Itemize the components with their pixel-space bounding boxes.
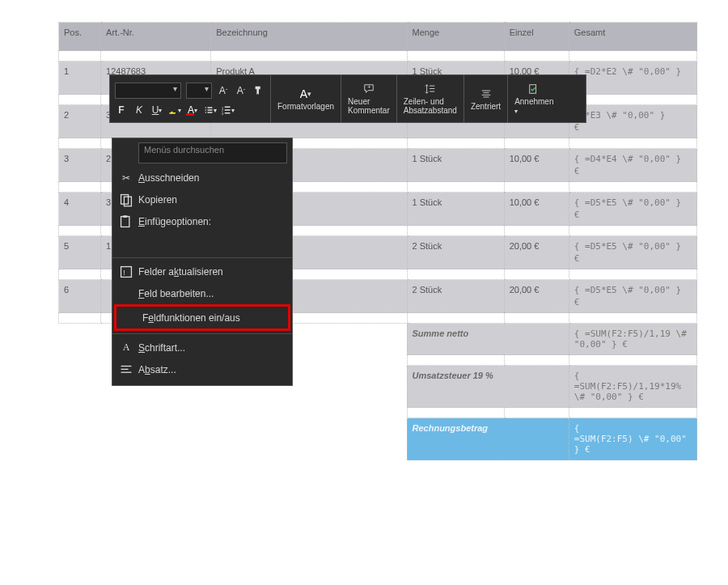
bold-button[interactable]: F (115, 104, 128, 117)
menu-toggle-field-codes[interactable]: Feldfunktionen ein/aus (114, 304, 290, 331)
cell-gesamt[interactable]: { =D5*E5 \# "0,00" }€ (569, 236, 696, 269)
menu-paste-options: Einfügeoptionen: (112, 210, 292, 232)
svg-rect-10 (225, 109, 231, 111)
cell-gesamt[interactable]: { =D5*E5 \# "0,00" }€ (569, 193, 696, 226)
svg-point-3 (205, 109, 207, 111)
cell-einzel[interactable]: 20,00 € (504, 280, 569, 313)
bullets-icon[interactable]: ▾ (204, 104, 217, 117)
highlight-icon[interactable]: ▾ (168, 104, 181, 117)
svg-point-5 (205, 112, 207, 113)
cell-gesamt[interactable]: D3*E3 \# "0,00" }€ (569, 105, 696, 138)
underline-button[interactable]: U▾ (150, 104, 163, 117)
menu-paragraph[interactable]: Absatz... (112, 358, 292, 380)
numbering-icon[interactable]: 123▾ (222, 104, 235, 117)
increase-font-icon[interactable]: Aˆ (217, 84, 230, 97)
col-pos: Pos. (59, 23, 101, 51)
center-button[interactable]: Zentriert (464, 75, 508, 122)
svg-rect-12 (225, 112, 231, 114)
cell-einzel[interactable]: 10,00 € (504, 149, 569, 182)
menu-update-fields[interactable]: ! Felder aktualisieren (112, 261, 292, 282)
svg-rect-17 (481, 90, 490, 91)
format-painter-icon[interactable] (252, 84, 265, 97)
svg-rect-21 (530, 85, 536, 94)
font-icon: A (119, 341, 133, 354)
accept-icon (527, 83, 540, 95)
paste-icon (119, 214, 133, 229)
menu-edit-field[interactable]: Feld bearbeiten... (112, 282, 292, 304)
cell-gesamt[interactable]: { =D4*E4 \# "0,00" }€ (569, 149, 696, 182)
svg-rect-2 (208, 107, 213, 108)
cell-menge[interactable]: 2 Stück (407, 280, 504, 313)
cell-menge[interactable]: 1 Stück (407, 193, 504, 226)
svg-rect-0 (170, 112, 176, 114)
font-color-icon[interactable]: A▾ (186, 104, 199, 117)
menu-search-input[interactable]: Menüs durchsuchen (138, 142, 287, 163)
line-spacing-icon (424, 83, 437, 95)
svg-rect-31 (121, 365, 132, 366)
header-row: Pos. Art.-Nr. Bezeichnung Menge Einzel G… (59, 23, 697, 51)
new-comment-button[interactable]: + NeuerKommentar (341, 75, 397, 122)
netto-formula[interactable]: { =SUM(F2:F5)/1,19 \# "0,00" } € (569, 324, 696, 355)
col-gesamt: Gesamt (569, 23, 696, 51)
context-menu: Menüs durchsuchen ✂ Ausschneiden Kopiere… (112, 138, 293, 386)
label: Zentriert (471, 102, 501, 111)
paragraph-icon (119, 362, 133, 377)
menu-cut[interactable]: ✂ Ausschneiden (112, 167, 292, 189)
svg-rect-18 (483, 92, 489, 93)
cell-pos[interactable]: 5 (59, 236, 101, 269)
svg-rect-4 (208, 109, 213, 111)
cell-menge[interactable]: 2 Stück (407, 236, 504, 269)
svg-rect-25 (123, 215, 127, 218)
label: NeuerKommentar (348, 97, 390, 115)
svg-rect-6 (208, 112, 213, 113)
menu-copy[interactable]: Kopieren (112, 189, 292, 210)
cell-pos[interactable]: 3 (59, 149, 101, 182)
label: Formatvorlagen (277, 102, 334, 111)
col-menge: Menge (407, 23, 504, 51)
summary-row-total[interactable]: Rechnungsbetrag {=SUM(F2:F5) \# "0,00" }… (59, 418, 697, 460)
svg-rect-8 (225, 107, 231, 108)
copy-icon (119, 193, 133, 207)
cut-icon: ✂ (119, 172, 133, 184)
cell-menge[interactable]: 1 Stück (407, 149, 504, 182)
svg-rect-32 (121, 368, 129, 369)
decrease-font-icon[interactable]: Aˇ (235, 84, 248, 97)
svg-point-1 (205, 107, 207, 108)
cell-gesamt[interactable]: { =D2*E2 \# "0,00" }€ (569, 61, 696, 95)
svg-text:3: 3 (222, 112, 223, 116)
svg-rect-14 (430, 86, 434, 87)
svg-text:!: ! (123, 268, 125, 276)
label-vat: Umsatzsteuer 19 % (413, 371, 493, 380)
cell-gesamt[interactable]: { =D5*E5 \# "0,00" }€ (569, 280, 696, 313)
cell-pos[interactable]: 6 (59, 280, 101, 313)
label: Annehmen▾ (514, 97, 553, 115)
svg-rect-33 (121, 371, 132, 372)
col-bez: Bezeichnung (211, 23, 407, 51)
menu-font[interactable]: A Schriftart... (112, 337, 292, 358)
italic-button[interactable]: K (133, 104, 146, 117)
mini-toolbar: Aˆ Aˇ F K U▾ ▾ A▾ ▾ 123▾ A▾ Formatvorlag… (109, 74, 586, 123)
svg-rect-20 (483, 96, 489, 97)
vat-formula[interactable]: {=SUM(F2:F5)/1,19*19% \# "0,00" } € (569, 366, 696, 408)
svg-text:+: + (367, 84, 370, 90)
cell-pos[interactable]: 2 (59, 105, 101, 138)
cell-pos[interactable]: 4 (59, 193, 101, 226)
svg-rect-15 (430, 88, 434, 89)
font-name-dropdown[interactable] (115, 83, 181, 99)
paste-option-default[interactable] (112, 232, 292, 255)
label-total: Rechnungsbetrag (413, 423, 489, 433)
font-size-dropdown[interactable] (186, 83, 212, 99)
col-art: Art.-Nr. (101, 23, 211, 51)
align-center-icon (480, 87, 493, 100)
update-icon: ! (119, 265, 133, 279)
styles-icon: A▾ (299, 87, 312, 100)
svg-rect-16 (430, 91, 434, 92)
cell-einzel[interactable]: 10,00 € (504, 193, 569, 226)
label-netto: Summe netto (413, 329, 469, 338)
line-spacing-button[interactable]: Zeilen- undAbsatzabstand (397, 75, 464, 122)
total-formula[interactable]: {=SUM(F2:F5) \# "0,00" } € (569, 418, 696, 460)
formatvorlagen-button[interactable]: A▾ Formatvorlagen (271, 75, 341, 122)
cell-pos[interactable]: 1 (59, 61, 101, 95)
accept-button[interactable]: Annehmen▾ (508, 75, 560, 122)
cell-einzel[interactable]: 20,00 € (504, 236, 569, 269)
